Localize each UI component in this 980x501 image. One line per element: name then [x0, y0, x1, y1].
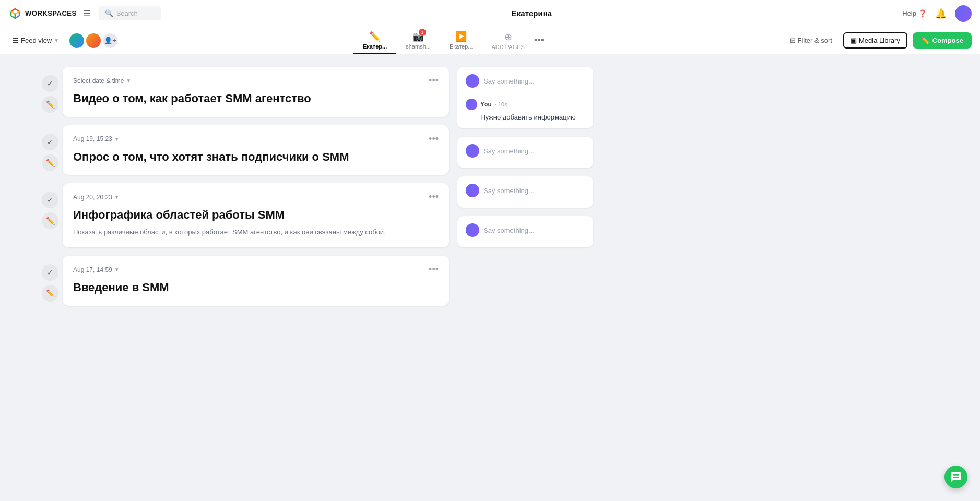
say-something-input-4[interactable]: Say something...	[466, 223, 585, 237]
post-actions-3: ✓ ✏️	[42, 183, 58, 229]
help-button[interactable]: Help ❓	[902, 9, 927, 17]
media-library-button[interactable]: ▣ Media Library	[843, 32, 907, 49]
app-logo-icon	[8, 7, 22, 20]
tab2-badge: 1	[419, 29, 426, 36]
check-button-1[interactable]: ✓	[42, 75, 58, 92]
post-header-4: Aug 17, 14:59 ▼ •••	[73, 264, 439, 275]
comment-card-1: Say something... You · 10s Нужно добавит…	[457, 67, 593, 128]
tab1-label: Екатер...	[363, 43, 387, 50]
workspaces-label: WORKSPACES	[25, 9, 77, 17]
post-card-1: Select date & time ▼ ••• Видео о том, ка…	[63, 67, 449, 117]
date-chevron-icon-1: ▼	[126, 78, 131, 84]
tab-ekaterina-pen[interactable]: ✏️ Екатер...	[353, 28, 396, 54]
post-card-3: Aug 20, 20:23 ▼ ••• Инфографика областей…	[63, 183, 449, 247]
hamburger-icon[interactable]: ☰	[83, 8, 90, 18]
date-chevron-icon-2: ▼	[114, 136, 120, 142]
search-placeholder: Search	[116, 9, 138, 17]
posts-column: ✓ ✏️ Select date & time ▼ ••• Видео о то…	[42, 67, 449, 488]
logo-area[interactable]: WORKSPACES ☰	[8, 7, 90, 20]
post-title-2: Опрос о том, что хотят знать подписчики …	[73, 150, 439, 165]
edit-button-3[interactable]: ✏️	[42, 212, 58, 229]
post-header-3: Aug 20, 20:23 ▼ •••	[73, 192, 439, 202]
add-pages-tab[interactable]: ⊕ ADD PAGES	[482, 28, 534, 53]
post-date-2[interactable]: Aug 19, 15:23 ▼	[73, 135, 120, 142]
edit-button-1[interactable]: ✏️	[42, 96, 58, 113]
post-date-text-3: Aug 20, 20:23	[73, 194, 112, 201]
comment-avatar-1	[466, 74, 479, 88]
compose-button[interactable]: ✏️ Compose	[913, 32, 972, 49]
add-pages-label: ADD PAGES	[492, 44, 525, 50]
edit-button-2[interactable]: ✏️	[42, 154, 58, 171]
post-menu-icon-4[interactable]: •••	[429, 264, 439, 275]
workspace-avatar-1[interactable]	[69, 33, 84, 48]
post-date-4[interactable]: Aug 17, 14:59 ▼	[73, 266, 120, 273]
commenter-row-1: You · 10s	[466, 99, 585, 110]
filter-sort-label: Filter & sort	[798, 37, 832, 44]
comment-avatar-2	[466, 144, 479, 158]
page-title: Екатерина	[512, 9, 552, 18]
media-library-label: Media Library	[859, 37, 900, 44]
top-navigation: WORKSPACES ☰ 🔍 Search Екатерина Help ❓ 🔔	[0, 0, 980, 27]
notifications-bell-icon[interactable]: 🔔	[935, 8, 947, 19]
say-something-input-1[interactable]: Say something...	[466, 74, 585, 88]
post-card-4: Aug 17, 14:59 ▼ ••• Введение в SMM	[63, 256, 449, 306]
tab-shamsh[interactable]: 📷 1 shamsh...	[396, 28, 440, 54]
post-row-1: ✓ ✏️ Select date & time ▼ ••• Видео о то…	[42, 67, 449, 117]
edit-button-4[interactable]: ✏️	[42, 285, 58, 302]
help-icon: ❓	[918, 9, 927, 17]
commenter-name-1: You	[480, 101, 492, 108]
video-tab-icon: ▶️	[455, 31, 467, 42]
compose-icon: ✏️	[921, 37, 929, 44]
search-icon: 🔍	[105, 9, 113, 17]
nav-center: Екатерина	[161, 9, 903, 18]
say-something-input-2[interactable]: Say something...	[466, 144, 585, 158]
filter-sort-button[interactable]: ⊞ Filter & sort	[784, 33, 838, 48]
main-content: ✓ ✏️ Select date & time ▼ ••• Видео о то…	[0, 54, 980, 501]
topnav-right: Help ❓ 🔔	[902, 5, 972, 22]
tabs-more-icon[interactable]: •••	[534, 35, 544, 46]
camera-tab-icon: 📷 1	[412, 31, 424, 42]
post-row-2: ✓ ✏️ Aug 19, 15:23 ▼ ••• Опрос о том, чт…	[42, 125, 449, 175]
comment-avatar-3	[466, 184, 479, 197]
post-desc-3: Показать различные области, в которых ра…	[73, 227, 439, 237]
post-date-text-4: Aug 17, 14:59	[73, 266, 112, 273]
comment-text-1: Нужно добавить информацию	[466, 113, 585, 121]
pen-tab-icon: ✏️	[369, 31, 381, 42]
post-row-4: ✓ ✏️ Aug 17, 14:59 ▼ ••• Введение в SMM	[42, 256, 449, 306]
help-label: Help	[902, 9, 916, 17]
add-person-icon: 👤+	[104, 37, 116, 44]
comments-column: Say something... You · 10s Нужно добавит…	[457, 67, 593, 488]
check-button-4[interactable]: ✓	[42, 264, 58, 281]
post-title-1: Видео о том, как работает SMM агентство	[73, 91, 439, 106]
tab-ekaterina-video[interactable]: ▶️ Екатер...	[440, 28, 482, 54]
post-menu-icon-3[interactable]: •••	[429, 192, 439, 202]
date-chevron-icon-3: ▼	[114, 194, 120, 200]
commenter-avatar-1	[466, 99, 477, 110]
date-chevron-icon-4: ▼	[114, 267, 120, 272]
post-actions-4: ✓ ✏️	[42, 256, 58, 302]
say-something-text-4: Say something...	[483, 226, 534, 234]
comment-card-2: Say something...	[457, 137, 593, 168]
user-avatar[interactable]	[955, 5, 972, 22]
add-person-button[interactable]: 👤+	[103, 33, 117, 48]
search-bar[interactable]: 🔍 Search	[99, 6, 161, 20]
post-title-4: Введение в SMM	[73, 280, 439, 295]
post-row-3: ✓ ✏️ Aug 20, 20:23 ▼ ••• Инфографика обл…	[42, 183, 449, 247]
workspace-avatar-2[interactable]	[86, 33, 101, 48]
secondary-navigation: ☰ Feed view ▼ 👤+ ✏️ Екатер... 📷 1 shamsh…	[0, 27, 980, 54]
page-tabs: ✏️ Екатер... 📷 1 shamsh... ▶️ Екатер... …	[117, 28, 784, 54]
tab2-label: shamsh...	[406, 43, 431, 50]
media-library-icon: ▣	[851, 37, 857, 44]
post-actions-1: ✓ ✏️	[42, 67, 58, 113]
post-menu-icon-1[interactable]: •••	[429, 75, 439, 86]
check-button-2[interactable]: ✓	[42, 134, 58, 150]
check-button-3[interactable]: ✓	[42, 192, 58, 208]
post-date-1[interactable]: Select date & time ▼	[73, 77, 131, 85]
post-date-3[interactable]: Aug 20, 20:23 ▼	[73, 194, 120, 201]
post-card-2: Aug 19, 15:23 ▼ ••• Опрос о том, что хот…	[63, 125, 449, 175]
chat-bubble-button[interactable]	[944, 466, 967, 488]
post-menu-icon-2[interactable]: •••	[429, 134, 439, 145]
say-something-input-3[interactable]: Say something...	[466, 184, 585, 197]
feed-view-button[interactable]: ☰ Feed view ▼	[8, 33, 63, 47]
post-header-2: Aug 19, 15:23 ▼ •••	[73, 134, 439, 145]
